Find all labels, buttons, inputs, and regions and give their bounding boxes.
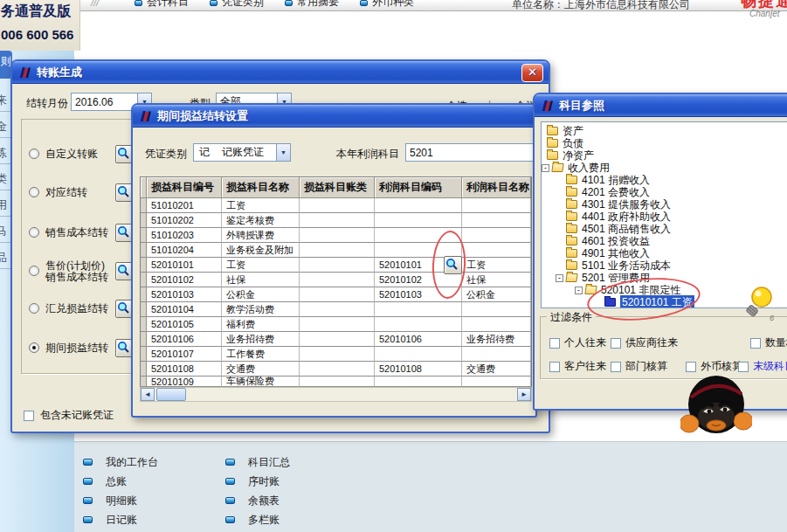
transfer-option-radio-0[interactable] — [29, 149, 39, 159]
filter-checkbox-客户往来[interactable]: 客户往来 — [549, 359, 606, 374]
link-bullet-icon — [225, 516, 235, 523]
row-selector-cell[interactable] — [141, 287, 147, 302]
filter-checkbox-个人往来[interactable]: 个人往来 — [549, 335, 606, 350]
row-selector-cell[interactable] — [141, 302, 147, 317]
reference-dialog-titlebar[interactable]: 科目参照 — [535, 94, 787, 117]
workspace-link-日记账[interactable]: 日记账 — [83, 510, 158, 529]
table-row[interactable]: 51010203外聘授课费 — [141, 228, 531, 243]
column-header[interactable]: 损益科目编号 — [147, 177, 222, 198]
column-header[interactable]: 利润科目编码 — [375, 177, 462, 198]
workspace-link-多栏账[interactable]: 多栏账 — [225, 510, 290, 529]
transfer-option-radio-2[interactable] — [29, 227, 39, 238]
table-row[interactable]: 51010204业务税金及附加 — [141, 243, 531, 258]
period-dialog-titlebar[interactable]: 期间损益结转设置 — [133, 105, 535, 128]
row-selector-cell[interactable] — [141, 198, 147, 213]
table-row[interactable]: 52010101工资52010101工资 — [141, 258, 531, 273]
row-selector-cell[interactable] — [141, 243, 147, 258]
menu-item-0[interactable]: 会计科目 — [135, 0, 189, 10]
table-row[interactable]: 51010201工资 — [141, 198, 531, 213]
folder-icon — [547, 151, 558, 160]
table-row[interactable]: 52010108交通费52010108交通费 — [141, 362, 531, 377]
tree-item[interactable]: 4501 商品销售收入 — [542, 223, 787, 235]
close-icon[interactable]: ✕ — [521, 64, 543, 82]
table-row[interactable]: 52010103公积金52010103公积金 — [141, 287, 531, 302]
checkbox[interactable] — [611, 338, 621, 349]
workspace-link-序时账[interactable]: 序时账 — [225, 472, 290, 491]
voucher-type-select[interactable]: 记 记账凭证 ▼ — [193, 143, 291, 162]
table-cell — [462, 228, 531, 243]
workspace-link-总账[interactable]: 总账 — [83, 472, 158, 491]
row-selector-cell[interactable] — [141, 377, 147, 387]
row-selector-cell[interactable] — [141, 347, 147, 362]
row-selector-cell[interactable] — [141, 273, 147, 287]
transfer-option-radio-1[interactable] — [29, 187, 39, 197]
menu-item-1[interactable]: 凭证类别 — [210, 0, 264, 10]
workspace-link-明细账[interactable]: 明细账 — [83, 491, 158, 510]
transfer-dialog-titlebar[interactable]: 转账生成 ✕ — [12, 61, 549, 84]
table-row[interactable]: 52010107工作餐费 — [141, 347, 531, 362]
transfer-option-radio-4[interactable] — [29, 303, 39, 314]
scroll-right-icon[interactable]: ► — [517, 388, 531, 401]
table-cell — [375, 198, 462, 213]
lightbulb-emoticon: 6 — [738, 284, 778, 324]
filter-checkbox-部门核算[interactable]: 部门核算 — [611, 359, 667, 374]
table-row[interactable]: 52010106业务招待费52010106业务招待费 — [141, 332, 531, 347]
column-header[interactable]: 损益科目名称 — [222, 177, 300, 198]
table-row[interactable]: 52010109车辆保险费 — [141, 377, 531, 387]
menu-item-3[interactable]: 外币种类 — [360, 0, 414, 10]
tree-collapse-icon[interactable]: - — [542, 164, 549, 172]
row-selector-cell[interactable] — [141, 362, 147, 377]
table-row[interactable]: 52010105福利费 — [141, 317, 531, 332]
filter-checkbox-外币核算[interactable]: 外币核算 — [686, 359, 742, 374]
filter-checkbox-末级科目[interactable]: 末级科目 — [738, 359, 787, 374]
tree-item[interactable]: 5101 业务活动成本 — [542, 259, 787, 272]
pl-accounts-table: 损益科目编号损益科目名称损益科目账类利润科目编码利润科目名称51010201工资… — [140, 176, 532, 388]
table-cell — [300, 287, 375, 302]
tree-item[interactable]: 4601 投资收益 — [542, 235, 787, 247]
scrollbar-thumb[interactable] — [156, 388, 186, 401]
menu-item-2[interactable]: 常用摘要 — [285, 0, 339, 10]
tree-collapse-icon[interactable]: - — [575, 287, 583, 294]
profit-account-input[interactable]: 5201 — [405, 143, 534, 162]
checkbox[interactable] — [750, 338, 761, 349]
profit-account-label: 本年利润科目 — [336, 147, 399, 162]
table-row[interactable]: 52010102社保52010102社保 — [141, 273, 531, 287]
row-selector-cell[interactable] — [141, 258, 147, 273]
table-row[interactable]: 52010104教学活动费 — [141, 302, 531, 317]
row-selector-cell[interactable] — [141, 317, 147, 332]
filter-checkbox-数量核算[interactable]: 数量核算 — [750, 335, 787, 350]
table-cell: 52010103 — [147, 287, 222, 302]
transfer-option-radio-3[interactable] — [29, 266, 39, 276]
tree-item[interactable]: 4101 捐赠收入 — [542, 174, 787, 186]
filter-checkbox-label: 部门核算 — [625, 359, 667, 374]
table-cell: 社保 — [462, 273, 531, 287]
tree-item[interactable]: -收入费用 — [542, 162, 787, 174]
transfer-option-radio-5[interactable] — [29, 342, 39, 353]
workspace-link-我的工作台[interactable]: 我的工作台 — [83, 453, 158, 472]
workspace-link-科目汇总[interactable]: 科目汇总 — [225, 453, 290, 472]
row-selector-cell[interactable] — [141, 332, 147, 347]
checkbox[interactable] — [611, 362, 621, 372]
include-unposted-row[interactable]: 包含未记账凭证 — [24, 408, 114, 423]
checkbox[interactable] — [686, 362, 696, 372]
scroll-left-icon[interactable]: ◄ — [141, 388, 155, 401]
table-horizontal-scrollbar[interactable]: ◄ ► — [140, 387, 532, 402]
include-unposted-checkbox[interactable] — [24, 411, 34, 421]
workspace-link-余额表[interactable]: 余额表 — [225, 491, 290, 510]
tree-collapse-icon[interactable]: - — [556, 274, 563, 282]
table-cell: 福利费 — [222, 317, 300, 332]
checkbox[interactable] — [549, 338, 560, 349]
row-selector-cell[interactable] — [141, 213, 147, 228]
column-header[interactable]: 损益科目账类 — [300, 177, 375, 198]
column-header[interactable]: 利润科目名称 — [462, 177, 531, 198]
checkbox[interactable] — [549, 362, 560, 372]
chevron-down-icon[interactable]: ▼ — [276, 144, 290, 161]
screen: /// 会计科目凭证类别常用摘要外币种类 单位名称：上海外市信息科技有限公司 畅… — [0, 0, 787, 532]
filter-checkbox-供应商往来[interactable]: 供应商往来 — [611, 335, 678, 350]
checkbox[interactable] — [738, 362, 749, 372]
table-row[interactable]: 51010202鉴定考核费 — [141, 213, 531, 228]
table-cell: 工资 — [222, 258, 300, 273]
folder-icon — [566, 200, 577, 209]
row-selector-cell[interactable] — [141, 228, 147, 243]
table-cell — [462, 377, 531, 387]
